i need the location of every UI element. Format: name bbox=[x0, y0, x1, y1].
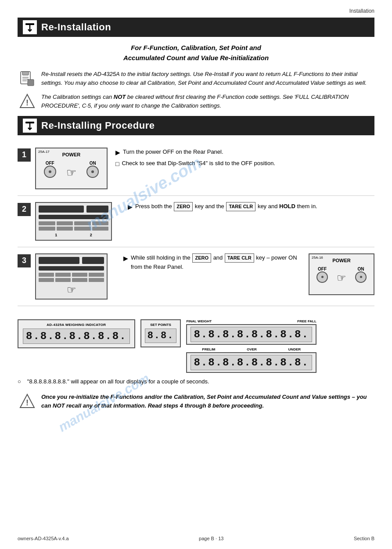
svg-rect-7 bbox=[28, 79, 34, 86]
subtitle-line1: For F-Function, Calibration, Set Point a… bbox=[18, 43, 374, 53]
page-header: Installation bbox=[18, 8, 374, 14]
doc-block-text: Re-Install resets the AD-4325A to the in… bbox=[41, 71, 367, 86]
doc-info-block: Re-Install resets the AD-4325A to the in… bbox=[18, 70, 374, 87]
download-icon bbox=[25, 22, 35, 33]
step-1-instruction-2: □ Check to see that Dip-Switch "S4" is s… bbox=[115, 159, 374, 169]
step-1-image: 25A-17 POWER OFF ☞ ON bbox=[35, 148, 108, 189]
step-2-row: 2 1 2 bbox=[18, 196, 374, 247]
appear-text-row: ○ "8.8.8.8.8.8.8.8." will appear on all … bbox=[18, 378, 209, 385]
page-footer: owners-AD-4325A-v.4.a page B · 13 Sectio… bbox=[18, 536, 374, 541]
tare-clr-key-step3: TARE CLR bbox=[225, 253, 254, 263]
warning-info-text: The Calibration settings can NOT be clea… bbox=[41, 93, 374, 110]
bottom-warning-text: Once you re-initialize the F-Functions a… bbox=[41, 393, 374, 410]
indicator-label: AD-4325A WEIGHING INDICATOR bbox=[47, 323, 106, 327]
step-2-instruction-1: ▶ Press both the ZERO key and the TARE C… bbox=[128, 202, 374, 212]
final-weight-display: FINAL WEIGHT FREE FALL 8.8.8.8.8.8.8.8. … bbox=[186, 319, 316, 373]
keypad-panel-3: ☞ bbox=[35, 253, 108, 300]
step-1-instruction-1: ▶ Turn the power OFF on the Rear Panel. bbox=[115, 148, 374, 158]
step-3-number: 3 bbox=[18, 254, 31, 267]
step-1-row: 1 25A-17 POWER OFF ☞ ON bbox=[18, 141, 374, 196]
warning-icon: ! bbox=[19, 94, 35, 109]
step-2-content: ▶ Press both the ZERO key and the TARE C… bbox=[128, 202, 374, 214]
indicator-display: AD-4325A WEIGHING INDICATOR 8.8.8.8.8.8.… bbox=[18, 319, 135, 348]
set-points-seg: 8.8. bbox=[145, 329, 177, 343]
step-2-image: 1 2 bbox=[35, 202, 112, 241]
off-knob-1 bbox=[44, 166, 56, 178]
final-weight-label: FINAL WEIGHT bbox=[186, 319, 212, 323]
zero-key-step2: ZERO bbox=[174, 202, 193, 211]
hand-step3-left: ☞ bbox=[39, 284, 104, 296]
off-label-1: OFF bbox=[46, 161, 54, 166]
tare-clr-key-step2: TARE CLR bbox=[226, 202, 255, 211]
indicator-seg: 8.8.8.8.8.8.8. bbox=[23, 329, 130, 344]
svg-text:!: ! bbox=[26, 398, 29, 407]
step-1-content: ▶ Turn the power OFF on the Rear Panel. … bbox=[115, 148, 374, 171]
off-knob-3 bbox=[316, 271, 328, 283]
free-fall-label: FREE FALL bbox=[297, 319, 316, 323]
svg-rect-1 bbox=[25, 23, 34, 25]
subtitle-line2: Accumulated Count and Value Re-initializ… bbox=[18, 53, 374, 63]
doc-info-text: Re-Install resets the AD-4325A to the in… bbox=[41, 70, 374, 87]
step-2-number: 2 bbox=[18, 203, 31, 216]
warning-icon-container: ! bbox=[18, 93, 37, 109]
on-label-3: ON bbox=[358, 267, 364, 271]
off-label-3: OFF bbox=[318, 267, 327, 271]
hand-step1: ☞ bbox=[66, 166, 76, 180]
doc-icon bbox=[19, 71, 36, 87]
svg-rect-3 bbox=[22, 72, 29, 75]
header-label: Installation bbox=[349, 8, 374, 14]
procedure-download-icon bbox=[25, 120, 35, 131]
step-3-instruction-1: ▶ While still holding in the ZERO and TA… bbox=[123, 253, 303, 271]
prelim-label: PRELIM bbox=[202, 347, 215, 351]
doc-icon-container bbox=[18, 70, 37, 87]
hand-step3-right: ☞ bbox=[337, 272, 346, 284]
panel-id-1: 25A-17 bbox=[38, 150, 50, 154]
set-points-label: SET POINTS bbox=[150, 323, 171, 327]
step-3-power-panel: 25A-16 POWER OFF ☞ ON bbox=[309, 253, 374, 295]
step-3-row: 3 ☞ ▶ bbox=[18, 247, 374, 306]
panel-id-3: 25A-16 bbox=[312, 256, 323, 260]
keypad-panel-2: 1 2 bbox=[35, 202, 112, 241]
warning-info-block: ! The Calibration settings can NOT be cl… bbox=[18, 93, 374, 110]
on-knob-1 bbox=[86, 166, 99, 178]
svg-text:!: ! bbox=[26, 98, 29, 107]
on-label-1: ON bbox=[90, 161, 96, 166]
appear-text: "8.8.8.8.8.8.8.8." will appear on all fo… bbox=[27, 378, 209, 385]
on-knob-3 bbox=[355, 271, 367, 283]
step-3-content: ▶ While still holding in the ZERO and TA… bbox=[123, 253, 303, 273]
zero-key-step3: ZERO bbox=[192, 253, 211, 263]
svg-rect-11 bbox=[25, 122, 34, 123]
footer-left: owners-AD-4325A-v.4.a bbox=[18, 536, 69, 541]
bottom-warning-icon-svg: ! bbox=[19, 394, 35, 409]
bottom-seg: 8.8.8.8.8.8.8.8. bbox=[191, 355, 312, 370]
step-3-image: ☞ bbox=[35, 253, 108, 300]
procedure-title-text: Re-Installing Procedure bbox=[41, 120, 155, 131]
main-title-text: Re-Installation bbox=[41, 22, 111, 33]
bottom-warning-block: ! Once you re-initialize the F-Functions… bbox=[18, 393, 374, 410]
under-label: UNDER bbox=[288, 347, 301, 351]
procedure-icon-box bbox=[23, 119, 37, 133]
over-label: OVER bbox=[247, 347, 257, 351]
footer-right: Section B bbox=[354, 536, 374, 541]
reinstall-icon-box bbox=[23, 20, 37, 34]
step-1-number: 1 bbox=[18, 148, 31, 162]
right-seg: 8.8.8.8.8.8.8.8. bbox=[191, 327, 312, 342]
footer-center: page B · 13 bbox=[199, 536, 223, 541]
display-section: AD-4325A WEIGHING INDICATOR 8.8.8.8.8.8.… bbox=[18, 313, 374, 385]
bottom-warning-icon: ! bbox=[18, 393, 37, 409]
subtitle: For F-Function, Calibration, Set Point a… bbox=[18, 43, 374, 63]
procedure-title-bar: Re-Installing Procedure bbox=[18, 116, 374, 135]
main-title-bar: Re-Installation bbox=[18, 18, 374, 37]
set-points-display: SET POINTS 8.8. bbox=[140, 319, 181, 347]
